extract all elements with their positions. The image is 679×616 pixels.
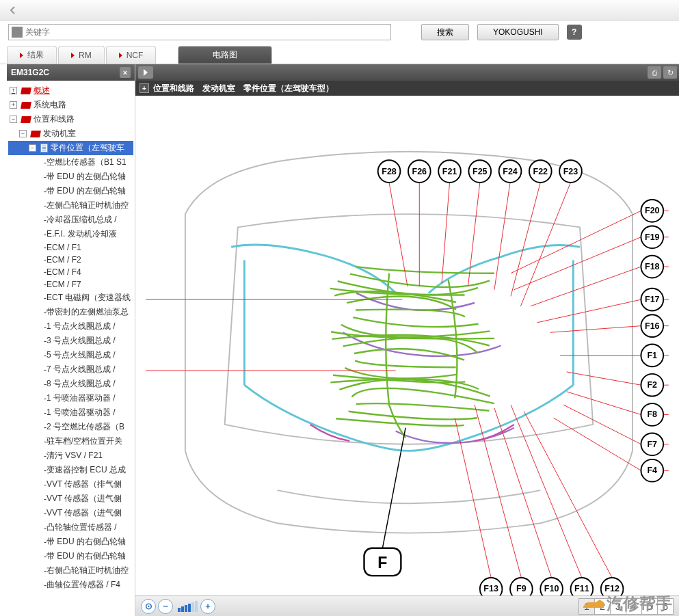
search-lead-icon [12, 27, 23, 38]
tree-node[interactable]: −发动机室 [8, 126, 133, 141]
svg-text:F25: F25 [472, 167, 488, 176]
tree-label: 位置和线路 [34, 113, 75, 125]
content-header: ⎙ ↻ [135, 64, 679, 81]
yokogushi-button[interactable]: YOKOGUSHI [477, 24, 559, 40]
tree-leaf[interactable]: 冷却器压缩机总成 / [8, 213, 133, 227]
tab-label: NCF [127, 51, 144, 60]
tree-leaf[interactable]: 带 EDU 的右侧凸轮轴 [8, 535, 133, 549]
tree-toggler-icon[interactable]: − [10, 116, 17, 123]
svg-line-47 [567, 372, 641, 385]
svg-text:F24: F24 [503, 167, 518, 176]
tree-leaf[interactable]: ECT 电磁阀（变速器线 [8, 291, 133, 305]
svg-text:F26: F26 [412, 167, 427, 176]
tree-label: ECM / F7 [46, 280, 81, 289]
tree-leaf[interactable]: ECM / F1 [8, 241, 133, 254]
zoom-in-icon[interactable]: + [200, 599, 215, 614]
tree-leaf[interactable]: 3 号点火线圈总成 / [8, 334, 133, 348]
tree-node[interactable]: −零件位置（左驾驶车 [8, 141, 133, 155]
tab-row: 结果 RM NCF 电路图 [0, 44, 679, 64]
tree-leaf[interactable]: VVT 传感器（排气侧 [8, 477, 133, 492]
tree-label: 2 号空燃比传感器（B [46, 421, 124, 433]
svg-text:F17: F17 [645, 295, 660, 304]
tree-leaf[interactable]: 带 EDU 的左侧凸轮轴 [8, 170, 133, 184]
tab-rm[interactable]: RM [58, 46, 105, 64]
tree-leaf[interactable]: 空燃比传感器（B1 S1 [8, 155, 133, 170]
tree-leaf[interactable]: 左侧凸轮轴正时机油控 [8, 198, 133, 213]
tree-leaf[interactable]: 清污 VSV / F21 [8, 448, 133, 463]
tree-leaf[interactable]: ECM / F4 [8, 266, 133, 278]
svg-text:F7: F7 [647, 440, 657, 449]
tree-leaf[interactable]: ECM / F2 [8, 254, 133, 266]
refresh-icon[interactable]: ↻ [663, 66, 677, 79]
tree-leaf[interactable]: 1 号点火线圈总成 / [8, 319, 133, 334]
tree-leaf[interactable]: 7 号点火线圈总成 / [8, 362, 133, 377]
svg-text:F18: F18 [645, 262, 660, 271]
tree-node[interactable]: +系统电路 [8, 98, 133, 112]
tree-label: ECM / F2 [46, 255, 81, 265]
tree-body[interactable]: +概述+系统电路−位置和线路−发动机室−零件位置（左驾驶车空燃比传感器（B1 S… [7, 81, 135, 616]
tree-leaf[interactable]: 驻车档/空档位置开关 [8, 434, 133, 448]
tree-leaf[interactable]: 2 号空燃比传感器（B [8, 420, 133, 434]
tab-ncf[interactable]: NCF [106, 46, 157, 64]
chevron-right-icon [20, 53, 23, 58]
book-icon [21, 102, 31, 109]
zoom-out-icon[interactable]: − [158, 599, 173, 614]
search-button[interactable]: 搜索 [421, 24, 469, 40]
search-input-wrap[interactable] [8, 24, 391, 40]
tree-leaf[interactable]: 带密封的左侧燃油泵总 [8, 305, 133, 319]
tree-leaf[interactable]: 8 号点火线圈总成 / [8, 377, 133, 391]
tree-node[interactable]: +概述 [8, 83, 133, 98]
tree-label: 空燃比传感器（B1 S1 [46, 157, 127, 168]
zoom-reset-icon[interactable]: ⊙ [141, 599, 156, 614]
tree-leaf[interactable]: ECM / F7 [8, 278, 133, 291]
tree-node[interactable]: −位置和线路 [8, 112, 133, 126]
svg-text:F28: F28 [382, 167, 397, 176]
tree-toggler-icon[interactable]: − [19, 130, 27, 137]
tree-label: 零件位置（左驾驶车 [51, 142, 124, 154]
tree-label: 带 EDU 的左侧凸轮轴 [46, 171, 126, 183]
print-icon[interactable]: ⎙ [648, 66, 661, 79]
bottom-bar: ⊙ − + 123456 汽修帮手 [135, 595, 679, 616]
tree-leaf[interactable]: E.F.I. 发动机冷却液 [8, 227, 133, 241]
close-icon[interactable]: × [120, 67, 131, 78]
zoom-level-icon [178, 601, 198, 612]
svg-text:F20: F20 [645, 206, 660, 215]
tree-leaf[interactable]: 带 EDU 的左侧凸轮轴 [8, 184, 133, 198]
tab-results[interactable]: 结果 [7, 46, 57, 64]
help-icon[interactable]: ? [567, 25, 582, 40]
search-bar: 搜索 YOKOGUSHI ? [0, 21, 679, 44]
tree-title: EM31G2C [11, 68, 49, 77]
tree-leaf[interactable]: VVT 传感器（进气侧 [8, 506, 133, 520]
tree-toggler-icon[interactable]: + [10, 101, 17, 109]
play-icon[interactable] [138, 66, 153, 79]
tree-leaf[interactable]: 曲轴位置传感器 / F4 [8, 578, 133, 592]
tree-leaf[interactable]: 凸轮轴位置传感器 / [8, 520, 133, 535]
tree-leaf[interactable]: 带 EDU 的右侧凸轮轴 [8, 549, 133, 563]
tree-toggler-icon[interactable]: − [29, 144, 36, 152]
chevron-right-icon [119, 53, 122, 58]
tree-leaf[interactable]: 5 号点火线圈总成 / [8, 348, 133, 362]
tree-label: ECT 电磁阀（变速器线 [46, 292, 131, 304]
tree-label: 冷却器压缩机总成 / [46, 214, 117, 226]
tree-label: 驻车档/空档位置开关 [46, 436, 122, 447]
tab-circuit-diagram[interactable]: 电路图 [178, 46, 272, 64]
tree-leaf[interactable]: 变速器控制 ECU 总成 [8, 463, 133, 477]
doc-icon [40, 144, 48, 152]
back-icon[interactable] [7, 4, 19, 16]
svg-line-8 [442, 183, 450, 283]
tree-label: 概述 [34, 85, 50, 96]
tree-leaf[interactable]: 1 号喷油器驱动器 / [8, 405, 133, 420]
tree-leaf[interactable]: 1 号喷油器驱动器 / [8, 391, 133, 405]
tree-leaf[interactable]: VVT 传感器（进气侧 [8, 492, 133, 506]
svg-text:F1: F1 [647, 351, 657, 360]
tree-toggler-icon[interactable]: + [10, 87, 17, 94]
svg-line-11 [468, 183, 479, 286]
tree-leaf[interactable]: 右侧凸轮轴正时机油控 [8, 563, 133, 578]
diagram-area[interactable]: F28F26F21F25F24F22F23F20F19F18F17F16F1F2… [135, 96, 679, 595]
car-icon [583, 597, 604, 611]
expand-icon[interactable]: + [139, 83, 149, 93]
svg-line-75 [524, 412, 612, 578]
search-input[interactable] [25, 27, 388, 37]
breadcrumb-bar: + 位置和线路 发动机室 零件位置（左驾驶车型） [135, 81, 679, 96]
tab-label: RM [79, 51, 92, 60]
